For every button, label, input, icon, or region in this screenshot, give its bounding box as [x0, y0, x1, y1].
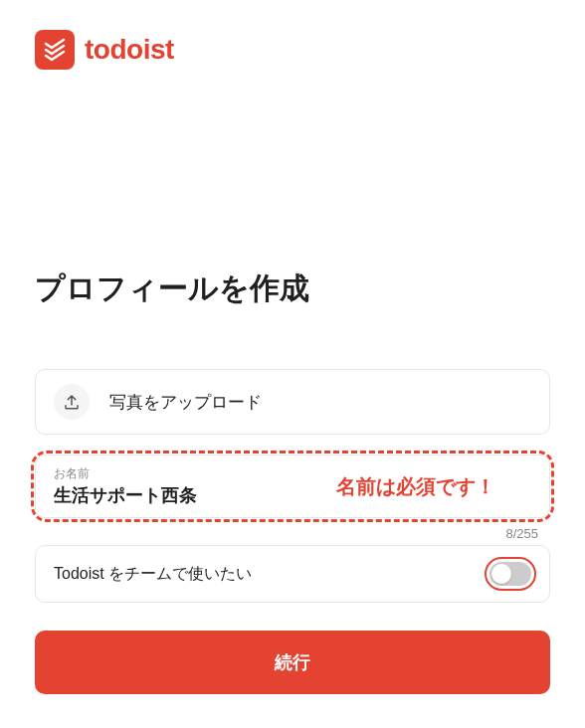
upload-label: 写真をアップロード — [109, 391, 262, 414]
brand-name: todoist — [85, 34, 174, 66]
team-toggle-switch[interactable] — [489, 562, 531, 586]
brand-logo: todoist — [35, 30, 550, 70]
page-title: プロフィールを作成 — [35, 269, 550, 309]
upload-icon — [54, 384, 90, 420]
toggle-knob — [491, 564, 511, 584]
todoist-logo-icon — [35, 30, 75, 70]
team-toggle-label: Todoist をチームで使いたい — [54, 564, 252, 585]
upload-photo-button[interactable]: 写真をアップロード — [35, 369, 550, 435]
name-field-label: お名前 — [54, 465, 531, 482]
name-character-counter: 8/255 — [35, 526, 550, 541]
continue-button[interactable]: 続行 — [35, 631, 550, 694]
name-field[interactable]: お名前 — [35, 455, 550, 518]
name-input[interactable] — [54, 484, 531, 505]
team-toggle-row: Todoist をチームで使いたい — [35, 545, 550, 603]
